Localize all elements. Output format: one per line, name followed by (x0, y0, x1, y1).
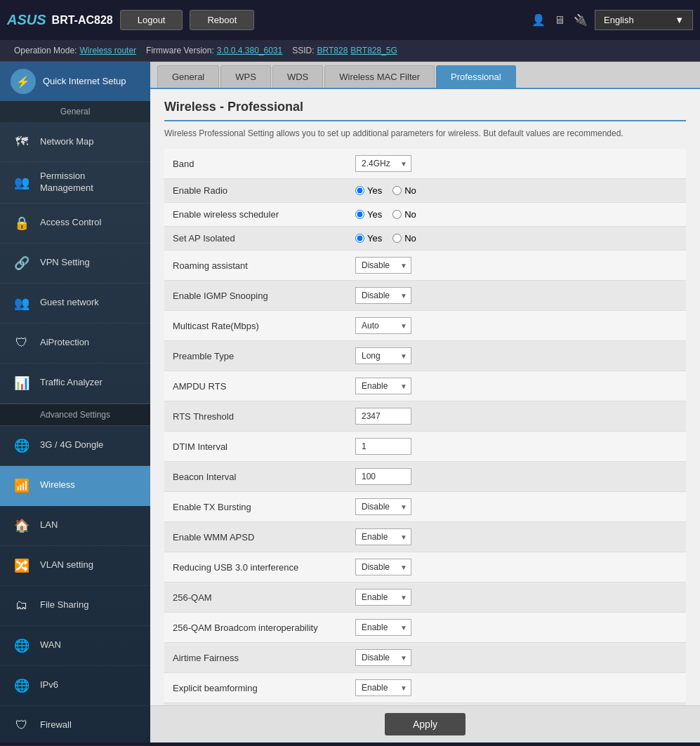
wan-icon: 🌐 (11, 634, 33, 657)
page-description: Wireless Professional Setting allows you… (164, 128, 686, 138)
file-sharing-label: File Sharing (40, 599, 88, 611)
radio-yes[interactable] (355, 186, 364, 195)
select-airtime-fairness[interactable]: DisableEnable (355, 649, 411, 666)
setting-label: Explicit beamforming (164, 673, 347, 703)
setting-control: YesNo (347, 227, 686, 251)
radio-item[interactable]: No (392, 185, 416, 196)
select-enable-igmp-snooping[interactable]: DisableEnable (355, 287, 411, 304)
table-row: Enable IGMP SnoopingDisableEnable (164, 281, 686, 311)
tab-general[interactable]: General (157, 65, 219, 88)
sidebar-item-aiprotection[interactable]: 🛡 AiProtection (0, 324, 150, 364)
ssid1-link[interactable]: BRT828 (317, 46, 348, 55)
select-multicast-rate(mbps)[interactable]: Auto125.56911121824364854 (355, 317, 411, 334)
setting-control (347, 462, 686, 492)
radio-yes[interactable] (355, 210, 364, 219)
select-explicit-beamforming[interactable]: EnableDisable (355, 679, 411, 696)
setting-label: Enable wireless scheduler (164, 203, 347, 227)
radio-item[interactable]: No (392, 209, 416, 220)
select-wrapper: DisableEnable (355, 498, 411, 515)
monitor-icon[interactable]: 🖥 (554, 14, 565, 27)
radio-group: YesNo (355, 185, 678, 196)
tabs-bar: General WPS WDS Wireless MAC Filter Prof… (150, 62, 700, 89)
input-beacon-interval[interactable] (355, 468, 411, 485)
sidebar-item-file-sharing[interactable]: 🗂 File Sharing (0, 586, 150, 626)
operation-mode-link[interactable]: Wireless router (79, 46, 136, 55)
table-row: RTS Threshold (164, 401, 686, 432)
header-icons: 👤 🖥 🔌 (531, 13, 588, 27)
input-dtim-interval[interactable] (355, 438, 411, 455)
reboot-button[interactable]: Reboot (190, 10, 254, 30)
table-row: Enable wireless schedulerYesNo (164, 203, 686, 227)
select-wrapper: EnableDisable (355, 619, 411, 636)
select-wrapper: 2.4GHz5GHz (355, 155, 411, 172)
table-row: Preamble TypeLongShort (164, 341, 686, 371)
setting-control: 2.4GHz5GHz (347, 149, 686, 179)
radio-yes[interactable] (355, 234, 364, 243)
select-roaming-assistant[interactable]: DisableEnable (355, 257, 411, 274)
setting-label: Enable WMM APSD (164, 522, 347, 552)
input-rts-threshold[interactable] (355, 408, 411, 425)
tab-professional[interactable]: Professional (436, 65, 516, 88)
sidebar-item-guest-network[interactable]: 👥 Guest network (0, 284, 150, 324)
sidebar-item-vlan-setting[interactable]: 🔀 VLAN setting (0, 546, 150, 586)
access-control-icon: 🔒 (11, 212, 33, 234)
language-selector[interactable]: English ▼ (595, 10, 693, 30)
content-area: General WPS WDS Wireless MAC Filter Prof… (150, 62, 700, 742)
table-row: AMPDU RTSEnableDisable (164, 371, 686, 401)
select-preamble-type[interactable]: LongShort (355, 347, 411, 364)
select-wrapper: DisableEnable (355, 559, 411, 575)
sidebar-item-lan[interactable]: 🏠 LAN (0, 506, 150, 546)
header: ASUS BRT-AC828 Logout Reboot 👤 🖥 🔌 Engli… (0, 0, 700, 40)
table-row: Airtime FairnessDisableEnable (164, 643, 686, 673)
radio-no[interactable] (392, 210, 402, 219)
setting-label: 256-QAM Broadcom interoperability (164, 613, 347, 643)
select-enable-tx-bursting[interactable]: DisableEnable (355, 498, 411, 515)
select-ampdu-rts[interactable]: EnableDisable (355, 378, 411, 394)
table-row: Reducing USB 3.0 interferenceDisableEnab… (164, 552, 686, 582)
radio-label: No (404, 185, 416, 196)
setting-control: DisableEnable (347, 552, 686, 582)
operation-mode-label: Operation Mode: (14, 46, 77, 55)
radio-no[interactable] (392, 186, 402, 195)
logo-model: BRT-AC828 (52, 14, 113, 27)
radio-item[interactable]: Yes (355, 185, 382, 196)
sidebar-item-ipv6[interactable]: 🌐 IPv6 (0, 666, 150, 706)
sidebar-item-3g-4g-dongle[interactable]: 🌐 3G / 4G Dongle (0, 426, 150, 466)
table-row: Explicit beamformingEnableDisable (164, 673, 686, 703)
sidebar-item-traffic-analyzer[interactable]: 📊 Traffic Analyzer (0, 364, 150, 404)
setting-label: AMPDU RTS (164, 371, 347, 401)
tab-wds[interactable]: WDS (272, 65, 323, 88)
usb-icon[interactable]: 🔌 (574, 13, 588, 27)
sidebar-item-wan[interactable]: 🌐 WAN (0, 626, 150, 666)
setting-label: Set AP Isolated (164, 227, 347, 251)
quick-setup-icon: ⚡ (11, 69, 36, 94)
apply-button[interactable]: Apply (385, 713, 465, 735)
sidebar-item-wireless[interactable]: 📶 Wireless (0, 466, 150, 506)
radio-item[interactable]: Yes (355, 233, 382, 244)
select-band[interactable]: 2.4GHz5GHz (355, 155, 411, 172)
select-reducing-usb-3.0-interference[interactable]: DisableEnable (355, 559, 411, 575)
sidebar-item-network-map[interactable]: 🗺 Network Map (0, 122, 150, 162)
select-enable-wmm-apsd[interactable]: EnableDisable (355, 528, 411, 545)
radio-no[interactable] (392, 234, 402, 243)
sidebar-item-quick-internet-setup[interactable]: ⚡ Quick Internet Setup (0, 62, 150, 101)
table-row: Enable TX BurstingDisableEnable (164, 492, 686, 522)
radio-item[interactable]: Yes (355, 209, 382, 220)
sidebar-item-access-control[interactable]: 🔒 Access Control (0, 204, 150, 244)
select-256-qam-broadcom-interoperability[interactable]: EnableDisable (355, 619, 411, 636)
setting-control: YesNo (347, 203, 686, 227)
sidebar-item-firewall[interactable]: 🛡 Firewall (0, 706, 150, 746)
tab-wps[interactable]: WPS (220, 65, 271, 88)
radio-item[interactable]: No (392, 233, 416, 244)
setting-control: DisableEnable (347, 281, 686, 311)
setting-control: EnableDisable (347, 613, 686, 643)
logout-button[interactable]: Logout (120, 10, 183, 30)
table-row: 256-QAM Broadcom interoperabilityEnableD… (164, 613, 686, 643)
user-icon[interactable]: 👤 (531, 13, 546, 27)
ssid2-link[interactable]: BRT828_5G (350, 46, 397, 55)
sidebar-item-permission-management[interactable]: 👥 Permission Management (0, 162, 150, 204)
setting-control: YesNo (347, 179, 686, 203)
sidebar-item-vpn-setting[interactable]: 🔗 VPN Setting (0, 244, 150, 284)
tab-wireless-mac-filter[interactable]: Wireless MAC Filter (324, 65, 435, 88)
select-256-qam[interactable]: EnableDisable (355, 589, 411, 606)
